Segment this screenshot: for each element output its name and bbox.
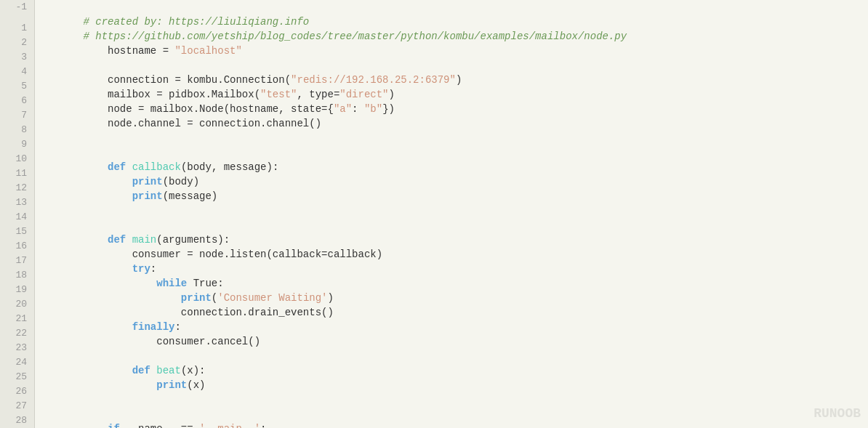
line-num: 16: [15, 239, 27, 254]
code-line: if __name__ == '__main__':: [47, 407, 868, 421]
code-line: def main(arguments):: [47, 218, 868, 233]
line-num: 18: [15, 268, 27, 283]
code-editor: -1 1 2 3 4 5 6 7 8 9 10 11 12 13 14 15 1…: [0, 0, 868, 428]
line-num: 25: [15, 370, 27, 384]
code-line: [47, 131, 868, 145]
code-line: [47, 203, 868, 218]
line-num: 15: [15, 225, 27, 239]
code-line: # created by: https://liuliqiang.info: [47, 0, 868, 15]
line-num: 22: [15, 326, 27, 341]
code-content: # created by: https://liuliqiang.info # …: [35, 0, 868, 428]
line-num: 8: [21, 123, 27, 137]
line-num: 3: [21, 50, 27, 65]
line-num: 5: [21, 79, 27, 94]
line-num: 27: [15, 399, 27, 413]
line-num: 17: [15, 254, 27, 268]
line-num: 1: [21, 21, 27, 36]
line-numbers: -1 1 2 3 4 5 6 7 8 9 10 11 12 13 14 15 1…: [0, 0, 35, 428]
code-line: while True:: [47, 262, 868, 276]
line-num: 28: [15, 413, 27, 428]
line-num: 9: [21, 137, 27, 152]
line-num: 23: [15, 341, 27, 355]
line-num: 14: [15, 210, 27, 225]
line-num: 12: [15, 181, 27, 195]
line-num: 10: [15, 152, 27, 166]
line-num: 26: [15, 384, 27, 399]
line-num: 11: [15, 166, 27, 181]
line-num: 2: [21, 36, 27, 50]
line-num: 6: [21, 94, 27, 108]
line-num: 19: [15, 283, 27, 297]
line-num: 20: [15, 297, 27, 312]
code-line: connection = kombu.Connection("redis://1…: [47, 58, 868, 73]
line-num: 24: [15, 355, 27, 370]
line-num: 4: [21, 65, 27, 79]
line-num: 13: [15, 195, 27, 210]
code-line: def callback(body, message):: [47, 145, 868, 160]
line-num: 21: [15, 312, 27, 326]
code-line: def beat(x):: [47, 349, 868, 363]
line-num: 7: [21, 108, 27, 123]
line-num: -1: [15, 0, 27, 15]
code-line: [47, 392, 868, 407]
